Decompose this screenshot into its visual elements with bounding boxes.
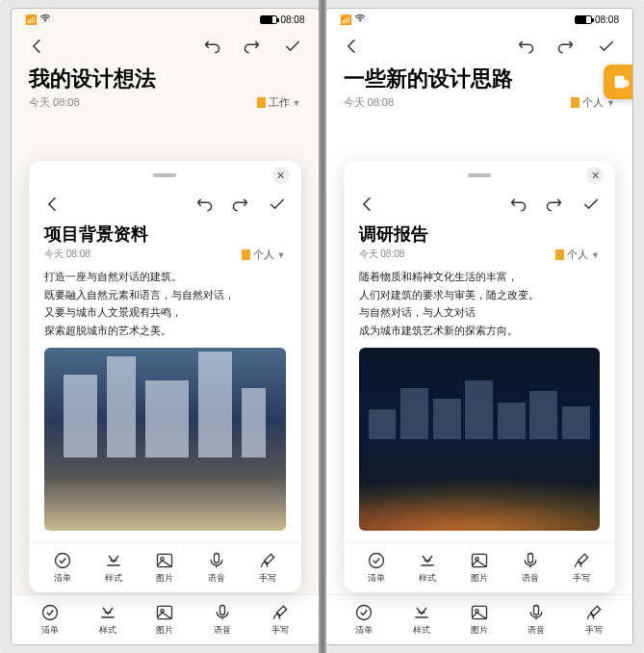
redo-icon[interactable] [544,194,565,215]
bottom-toolbar: 清单 样式 图片 语音 手写 [326,594,633,644]
svg-point-16 [357,606,372,620]
chevron-down-icon: ▼ [591,250,600,260]
svg-point-12 [370,554,384,568]
tag-chip-icon [242,249,250,260]
battery-icon [575,15,592,24]
note-meta: 今天 08:08 工作 ▼ [12,93,319,118]
tool-list[interactable]: 清单 [53,551,72,585]
redo-icon[interactable] [555,36,577,57]
tag-chip-icon [257,97,266,108]
right-screen: 📶 08:08 一些新的设计思路 今天 08:08 [325,8,634,645]
card-tag[interactable]: 个人 ▼ [555,248,600,262]
svg-rect-19 [534,606,539,615]
back-icon[interactable] [27,36,48,57]
tag-label: 个人 [253,248,274,262]
svg-point-11 [359,20,361,22]
chevron-down-icon: ▼ [606,98,615,108]
undo-icon[interactable] [201,36,222,57]
card-title[interactable]: 项目背景资料 [29,219,301,246]
redo-icon[interactable] [230,194,251,215]
body-line: 与自然对话，与人文对话 [359,303,601,322]
note-title[interactable]: 我的设计想法 [12,63,319,93]
floating-action-button[interactable] [604,65,633,99]
card-tag[interactable]: 个人 ▼ [242,248,286,262]
note-topbar [12,30,319,63]
body-line: 成为城市建筑艺术新的探索方向。 [359,322,601,340]
tool-image[interactable]: 图片 [155,603,174,637]
chevron-down-icon: ▼ [293,98,301,108]
note-date: 今天 08:08 [344,95,395,110]
redo-icon[interactable] [242,36,263,57]
status-bar: 📶 08:08 [326,9,633,30]
left-screen: 📶 08:08 [11,8,320,645]
tool-style[interactable]: 样式 [412,603,431,637]
tag-label: 工作 [269,95,290,110]
tool-voice[interactable]: 语音 [213,603,232,637]
body-line: 随着物质和精神文化生活的丰富， [359,268,601,286]
undo-icon[interactable] [193,194,215,215]
confirm-icon[interactable] [596,36,617,57]
tool-voice[interactable]: 语音 [527,603,546,637]
card-title[interactable]: 调研报告 [344,219,616,246]
tag-chip-icon [555,249,564,260]
svg-rect-15 [528,554,533,563]
tag-label: 个人 [567,248,588,262]
tool-image[interactable]: 图片 [155,551,174,585]
signal-icon: 📶 [25,14,37,25]
chevron-down-icon: ▼ [277,250,286,260]
svg-point-0 [44,20,46,22]
card-body[interactable]: 随着物质和精神文化生活的丰富， 人们对建筑的要求与审美，随之改变。 与自然对话，… [344,268,616,340]
svg-rect-4 [214,554,219,563]
svg-rect-8 [219,606,224,615]
tool-handwrite[interactable]: 手写 [270,603,290,637]
note-title[interactable]: 一些新的设计思路 [326,63,633,93]
status-time: 08:08 [280,14,304,25]
card-image[interactable] [44,348,286,531]
status-time: 08:08 [595,14,619,25]
svg-point-10 [622,80,630,88]
card-body[interactable]: 打造一座与自然对话的建筑。 既要融入自然元素和语言，与自然对话， 又要与城市人文… [29,268,301,340]
undo-icon[interactable] [507,194,528,215]
card-date: 今天 08:08 [359,248,405,262]
body-line: 打造一座与自然对话的建筑。 [44,268,286,286]
tool-list[interactable]: 清单 [354,603,374,637]
body-line: 又要与城市人文景观有共鸣， [44,303,286,322]
confirm-icon[interactable] [580,194,602,215]
tool-image[interactable]: 图片 [470,603,489,637]
card-drag-handle[interactable] [153,173,176,177]
device-hinge [319,0,326,653]
confirm-icon[interactable] [267,194,288,215]
tool-voice[interactable]: 语音 [521,551,540,585]
back-icon[interactable] [357,194,378,215]
back-icon[interactable] [342,36,363,57]
tag-chip-icon [571,97,580,108]
battery-icon [260,15,277,24]
card-drag-handle[interactable] [468,173,491,177]
tool-handwrite[interactable]: 手写 [572,551,591,585]
tool-handwrite[interactable]: 手写 [584,603,604,637]
close-icon[interactable]: ✕ [586,167,604,184]
svg-point-1 [55,554,69,568]
tool-handwrite[interactable]: 手写 [258,551,277,585]
close-icon[interactable]: ✕ [272,167,290,184]
back-icon[interactable] [42,194,64,215]
wifi-icon [354,13,366,26]
status-bar: 📶 08:08 [12,9,319,30]
tool-image[interactable]: 图片 [470,551,489,585]
tool-list[interactable]: 清单 [40,603,60,637]
card-image[interactable] [359,348,601,531]
tool-list[interactable]: 清单 [367,551,386,585]
tool-style[interactable]: 样式 [418,551,437,585]
note-meta: 今天 08:08 个人 ▼ [326,93,633,118]
tool-voice[interactable]: 语音 [207,551,226,585]
undo-icon[interactable] [515,36,536,57]
confirm-icon[interactable] [282,36,303,57]
note-tag[interactable]: 工作 ▼ [257,95,301,110]
floating-note-card: ✕ 项目背景资料 今天 08:08 个人 ▼ [29,161,301,592]
tool-style[interactable]: 样式 [104,551,123,585]
body-line: 人们对建筑的要求与审美，随之改变。 [359,286,601,304]
wifi-icon [39,13,51,26]
tool-style[interactable]: 样式 [98,603,117,637]
svg-point-5 [42,606,57,620]
foldable-device: 📶 08:08 [0,0,644,653]
